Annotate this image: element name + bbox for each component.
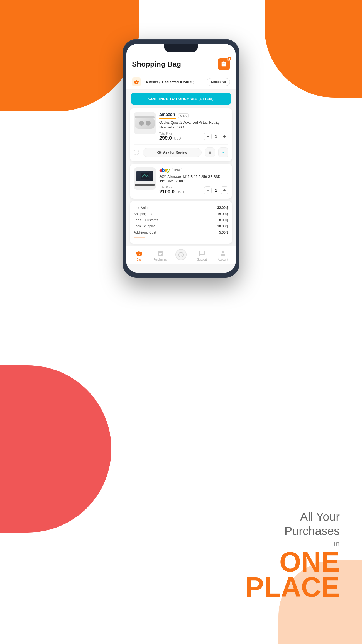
cost-row-3: Local Shipping 10.00 $	[134, 223, 228, 229]
cost-value-1: 15.00 $	[217, 212, 228, 216]
support-icon	[199, 250, 205, 257]
ebay-logo: ebay	[159, 167, 170, 173]
cost-value-0: 32.00 $	[217, 206, 228, 210]
product-name-1: Oculus Quest 2 Advanced Virtual Reality …	[159, 120, 228, 130]
qty-value-1: 1	[214, 134, 218, 139]
cost-label-0: Item Value	[134, 206, 149, 210]
page-title: Shopping Bag	[132, 60, 181, 69]
price-info-2: Total Price 2100.0 USD	[159, 186, 184, 195]
bottom-tagline: All Your Purchases in ONE PLACE	[245, 510, 340, 599]
laptop-illustration	[135, 171, 155, 186]
items-info: 14 Items ( 1 selected = 240 $ )	[132, 77, 194, 86]
product-name-2: 2021 Alienware M15 R 15.6 256 GB SSD, In…	[159, 174, 228, 184]
cost-breakdown: Item Value 32.00 $ Shipping Fee 15.00 $ …	[130, 201, 232, 244]
chevron-down-icon	[221, 150, 226, 155]
ask-review-button-1[interactable]: Ask for Review	[143, 148, 202, 157]
qty-controls-2: − 1 +	[204, 186, 228, 194]
clipboard-icon	[221, 61, 227, 67]
price-value-2: 2100.0	[159, 189, 175, 195]
nav-label-bag: Bag	[137, 258, 142, 261]
nav-label-account: Account	[218, 258, 228, 261]
select-all-button[interactable]: Select All	[207, 78, 230, 86]
qty-increase-2[interactable]: +	[221, 186, 228, 194]
cost-label-1: Shipping Fee	[134, 212, 153, 216]
phone-screen: Shopping Bag 3	[126, 44, 236, 273]
amazon-logo: amazon	[159, 112, 176, 119]
store-row-1: amazon USA	[159, 112, 228, 119]
product-image-1	[134, 112, 156, 134]
cart-badge-button[interactable]: 3	[218, 58, 230, 70]
nav-item-bag[interactable]: Bag	[129, 250, 150, 261]
phone-mockup: Shopping Bag 3	[123, 39, 239, 278]
review-label-1: Ask for Review	[163, 150, 187, 154]
product-info-1: amazon USA Oculus Quest 2 Advanced Virtu…	[159, 112, 228, 141]
app-content: Shopping Bag 3	[126, 44, 236, 273]
qty-decrease-1[interactable]: −	[204, 133, 212, 140]
support-nav-icon	[198, 250, 206, 257]
tagline-place: PLACE	[245, 574, 340, 599]
product-image-2	[134, 167, 156, 190]
clock-icon	[178, 252, 184, 258]
bg-decoration-bottom-left	[0, 365, 111, 533]
cost-row-1: Shipping Fee 15.00 $	[134, 211, 228, 217]
phone-frame: Shopping Bag 3	[123, 39, 239, 278]
clock-nav-icon	[175, 249, 187, 260]
product-top-2: ebay USA 2021 Alienware M15 R 15.6 256 G…	[134, 167, 228, 195]
cost-value-3: 10.00 $	[217, 224, 228, 228]
product-top-1: amazon USA Oculus Quest 2 Advanced Virtu…	[134, 112, 228, 141]
cost-label-2: Fees + Customs	[134, 218, 158, 222]
store-country-2: USA	[172, 168, 182, 172]
nav-label-support: Support	[197, 258, 207, 261]
price-row-1: Total Price 299.0 USD − 1 +	[159, 132, 228, 141]
price-row-2: Total Price 2100.0 USD − 1 +	[159, 186, 228, 195]
price-info-1: Total Price 299.0 USD	[159, 132, 181, 141]
laptop-screen-content	[141, 173, 149, 179]
bottom-navigation: Bag Purchases	[126, 246, 236, 264]
nav-label-purchases: Purchases	[153, 258, 167, 261]
product-card-1: amazon USA Oculus Quest 2 Advanced Virtu…	[130, 108, 232, 161]
basket-icon-wrap	[132, 77, 141, 86]
price-label-2: Total Price	[159, 186, 184, 189]
expand-button-1[interactable]	[218, 147, 228, 157]
item-checkbox-1[interactable]	[134, 150, 139, 155]
trash-icon	[208, 150, 212, 155]
qty-controls-1: − 1 +	[204, 133, 228, 140]
nav-item-support[interactable]: Support	[192, 250, 212, 261]
price-currency-2: USD	[177, 190, 184, 194]
bg-decoration-top-right	[265, 0, 362, 98]
nav-item-account[interactable]: Account	[212, 250, 233, 261]
purchases-icon	[157, 250, 163, 257]
account-icon	[219, 250, 226, 257]
cost-row-4: Additional Cost 5.00 $	[134, 229, 228, 235]
items-bar: 14 Items ( 1 selected = 240 $ ) Select A…	[126, 75, 236, 89]
cost-value-4: 5.00 $	[219, 230, 228, 234]
product-info-2: ebay USA 2021 Alienware M15 R 15.6 256 G…	[159, 167, 228, 195]
nav-item-history[interactable]	[170, 249, 191, 261]
eye-icon	[157, 150, 162, 155]
cost-label-3: Local Shipping	[134, 224, 156, 228]
badge-count: 3	[227, 56, 232, 61]
bag-nav-icon	[136, 250, 143, 257]
action-row-1: Ask for Review	[134, 144, 228, 157]
phone-notch	[164, 44, 198, 52]
price-label-1: Total Price	[159, 132, 181, 135]
qty-increase-1[interactable]: +	[221, 133, 228, 140]
cost-row-0: Item Value 32.00 $	[134, 205, 228, 211]
vr-headset-illustration	[135, 116, 155, 130]
store-row-2: ebay USA	[159, 167, 228, 173]
tagline-line1: All Your Purchases	[245, 510, 340, 538]
continue-purchase-button[interactable]: CONTINUE TO PURCHASE (1 ITEM)	[131, 93, 231, 105]
purchases-nav-icon	[156, 250, 164, 257]
cost-label-4: Additional Cost	[134, 230, 156, 234]
nav-item-purchases[interactable]: Purchases	[150, 250, 170, 261]
bag-icon	[136, 250, 143, 257]
qty-decrease-2[interactable]: −	[204, 186, 212, 194]
items-count-text: 14 Items ( 1 selected = 240 $ )	[144, 80, 194, 84]
tagline-one: ONE	[245, 549, 340, 574]
delete-button-1[interactable]	[205, 147, 215, 157]
cost-row-2: Fees + Customs 8.00 $	[134, 217, 228, 223]
bg-decoration-top-left	[0, 0, 139, 111]
cost-row-more	[134, 237, 145, 240]
cost-value-2: 8.00 $	[219, 218, 228, 222]
price-value-1: 299.0	[159, 135, 172, 141]
